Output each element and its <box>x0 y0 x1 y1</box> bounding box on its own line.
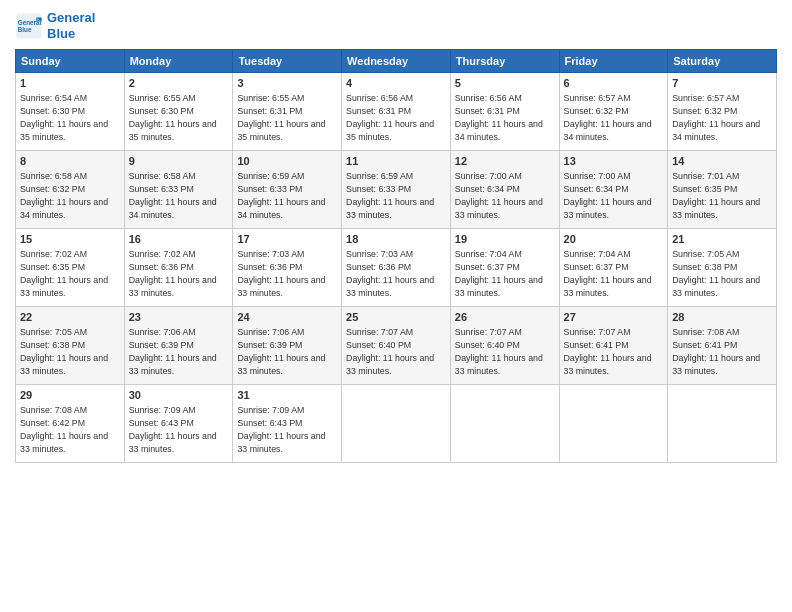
sunset-info: Sunset: 6:40 PM <box>346 340 411 350</box>
sunset-info: Sunset: 6:42 PM <box>20 418 85 428</box>
calendar-cell: 6 Sunrise: 6:57 AM Sunset: 6:32 PM Dayli… <box>559 73 668 151</box>
calendar-cell: 16 Sunrise: 7:02 AM Sunset: 6:36 PM Dayl… <box>124 229 233 307</box>
sunset-info: Sunset: 6:36 PM <box>237 262 302 272</box>
day-number: 30 <box>129 388 229 403</box>
day-number: 19 <box>455 232 555 247</box>
daylight-info: Daylight: 11 hours and 34 minutes. <box>20 197 108 220</box>
calendar-cell: 3 Sunrise: 6:55 AM Sunset: 6:31 PM Dayli… <box>233 73 342 151</box>
sunset-info: Sunset: 6:43 PM <box>237 418 302 428</box>
calendar-week-4: 22 Sunrise: 7:05 AM Sunset: 6:38 PM Dayl… <box>16 307 777 385</box>
sunset-info: Sunset: 6:32 PM <box>20 184 85 194</box>
sunset-info: Sunset: 6:34 PM <box>564 184 629 194</box>
sunrise-info: Sunrise: 7:02 AM <box>129 249 196 259</box>
sunset-info: Sunset: 6:37 PM <box>455 262 520 272</box>
sunrise-info: Sunrise: 6:56 AM <box>455 93 522 103</box>
calendar-table: SundayMondayTuesdayWednesdayThursdayFrid… <box>15 49 777 463</box>
day-number: 23 <box>129 310 229 325</box>
calendar-cell: 5 Sunrise: 6:56 AM Sunset: 6:31 PM Dayli… <box>450 73 559 151</box>
daylight-info: Daylight: 11 hours and 33 minutes. <box>129 353 217 376</box>
sunrise-info: Sunrise: 7:06 AM <box>237 327 304 337</box>
svg-text:Blue: Blue <box>18 25 32 32</box>
calendar-cell: 24 Sunrise: 7:06 AM Sunset: 6:39 PM Dayl… <box>233 307 342 385</box>
calendar-cell: 29 Sunrise: 7:08 AM Sunset: 6:42 PM Dayl… <box>16 385 125 463</box>
sunrise-info: Sunrise: 6:58 AM <box>20 171 87 181</box>
day-number: 9 <box>129 154 229 169</box>
calendar-week-3: 15 Sunrise: 7:02 AM Sunset: 6:35 PM Dayl… <box>16 229 777 307</box>
day-number: 2 <box>129 76 229 91</box>
sunset-info: Sunset: 6:38 PM <box>20 340 85 350</box>
daylight-info: Daylight: 11 hours and 33 minutes. <box>129 431 217 454</box>
calendar-cell: 15 Sunrise: 7:02 AM Sunset: 6:35 PM Dayl… <box>16 229 125 307</box>
day-number: 21 <box>672 232 772 247</box>
logo-text: General Blue <box>47 10 95 41</box>
calendar-cell: 19 Sunrise: 7:04 AM Sunset: 6:37 PM Dayl… <box>450 229 559 307</box>
sunrise-info: Sunrise: 7:06 AM <box>129 327 196 337</box>
sunset-info: Sunset: 6:39 PM <box>237 340 302 350</box>
day-number: 12 <box>455 154 555 169</box>
calendar-week-2: 8 Sunrise: 6:58 AM Sunset: 6:32 PM Dayli… <box>16 151 777 229</box>
sunset-info: Sunset: 6:37 PM <box>564 262 629 272</box>
sunset-info: Sunset: 6:35 PM <box>20 262 85 272</box>
day-number: 3 <box>237 76 337 91</box>
daylight-info: Daylight: 11 hours and 33 minutes. <box>346 197 434 220</box>
sunrise-info: Sunrise: 7:07 AM <box>455 327 522 337</box>
calendar-cell: 9 Sunrise: 6:58 AM Sunset: 6:33 PM Dayli… <box>124 151 233 229</box>
daylight-info: Daylight: 11 hours and 33 minutes. <box>672 353 760 376</box>
day-number: 1 <box>20 76 120 91</box>
sunrise-info: Sunrise: 7:03 AM <box>346 249 413 259</box>
day-number: 25 <box>346 310 446 325</box>
sunset-info: Sunset: 6:43 PM <box>129 418 194 428</box>
sunrise-info: Sunrise: 6:57 AM <box>564 93 631 103</box>
calendar-cell: 14 Sunrise: 7:01 AM Sunset: 6:35 PM Dayl… <box>668 151 777 229</box>
sunset-info: Sunset: 6:31 PM <box>455 106 520 116</box>
sunrise-info: Sunrise: 6:58 AM <box>129 171 196 181</box>
calendar-cell: 30 Sunrise: 7:09 AM Sunset: 6:43 PM Dayl… <box>124 385 233 463</box>
calendar-cell: 20 Sunrise: 7:04 AM Sunset: 6:37 PM Dayl… <box>559 229 668 307</box>
daylight-info: Daylight: 11 hours and 33 minutes. <box>237 431 325 454</box>
daylight-info: Daylight: 11 hours and 33 minutes. <box>455 275 543 298</box>
page: General Blue General Blue SundayMondayTu… <box>0 0 792 612</box>
sunset-info: Sunset: 6:36 PM <box>129 262 194 272</box>
sunrise-info: Sunrise: 7:01 AM <box>672 171 739 181</box>
daylight-info: Daylight: 11 hours and 35 minutes. <box>237 119 325 142</box>
calendar-cell <box>559 385 668 463</box>
col-header-thursday: Thursday <box>450 50 559 73</box>
calendar-cell: 17 Sunrise: 7:03 AM Sunset: 6:36 PM Dayl… <box>233 229 342 307</box>
calendar-cell <box>450 385 559 463</box>
logo-icon: General Blue <box>15 12 43 40</box>
sunrise-info: Sunrise: 7:03 AM <box>237 249 304 259</box>
calendar-cell: 1 Sunrise: 6:54 AM Sunset: 6:30 PM Dayli… <box>16 73 125 151</box>
calendar-cell: 12 Sunrise: 7:00 AM Sunset: 6:34 PM Dayl… <box>450 151 559 229</box>
sunrise-info: Sunrise: 6:59 AM <box>237 171 304 181</box>
day-number: 5 <box>455 76 555 91</box>
sunrise-info: Sunrise: 6:54 AM <box>20 93 87 103</box>
daylight-info: Daylight: 11 hours and 34 minutes. <box>672 119 760 142</box>
sunrise-info: Sunrise: 7:04 AM <box>455 249 522 259</box>
day-number: 29 <box>20 388 120 403</box>
daylight-info: Daylight: 11 hours and 35 minutes. <box>129 119 217 142</box>
sunrise-info: Sunrise: 6:55 AM <box>237 93 304 103</box>
calendar-cell <box>342 385 451 463</box>
calendar-cell: 4 Sunrise: 6:56 AM Sunset: 6:31 PM Dayli… <box>342 73 451 151</box>
day-number: 22 <box>20 310 120 325</box>
daylight-info: Daylight: 11 hours and 33 minutes. <box>346 353 434 376</box>
sunset-info: Sunset: 6:34 PM <box>455 184 520 194</box>
calendar-cell: 31 Sunrise: 7:09 AM Sunset: 6:43 PM Dayl… <box>233 385 342 463</box>
daylight-info: Daylight: 11 hours and 33 minutes. <box>672 275 760 298</box>
sunrise-info: Sunrise: 6:59 AM <box>346 171 413 181</box>
sunset-info: Sunset: 6:41 PM <box>564 340 629 350</box>
calendar-cell: 13 Sunrise: 7:00 AM Sunset: 6:34 PM Dayl… <box>559 151 668 229</box>
calendar-cell: 7 Sunrise: 6:57 AM Sunset: 6:32 PM Dayli… <box>668 73 777 151</box>
daylight-info: Daylight: 11 hours and 34 minutes. <box>129 197 217 220</box>
sunrise-info: Sunrise: 7:08 AM <box>20 405 87 415</box>
calendar-week-1: 1 Sunrise: 6:54 AM Sunset: 6:30 PM Dayli… <box>16 73 777 151</box>
sunset-info: Sunset: 6:32 PM <box>564 106 629 116</box>
calendar-cell: 18 Sunrise: 7:03 AM Sunset: 6:36 PM Dayl… <box>342 229 451 307</box>
col-header-friday: Friday <box>559 50 668 73</box>
calendar-cell: 21 Sunrise: 7:05 AM Sunset: 6:38 PM Dayl… <box>668 229 777 307</box>
daylight-info: Daylight: 11 hours and 33 minutes. <box>20 353 108 376</box>
sunrise-info: Sunrise: 7:07 AM <box>564 327 631 337</box>
calendar-cell: 8 Sunrise: 6:58 AM Sunset: 6:32 PM Dayli… <box>16 151 125 229</box>
sunset-info: Sunset: 6:33 PM <box>129 184 194 194</box>
day-number: 17 <box>237 232 337 247</box>
